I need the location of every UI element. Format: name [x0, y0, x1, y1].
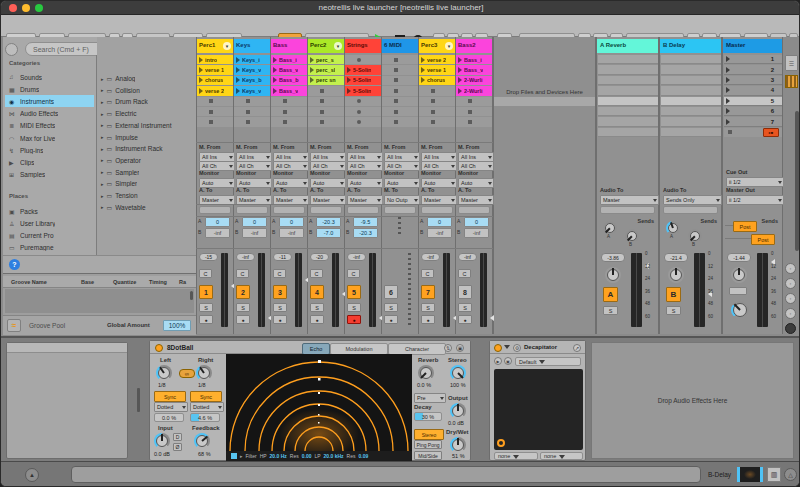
back-to-arrangement-button[interactable]: ▸■: [763, 128, 779, 137]
scene-play-icon[interactable]: [726, 56, 730, 62]
preset-play-icon[interactable]: ▶: [494, 357, 502, 365]
right-time-knob[interactable]: [196, 365, 212, 381]
filter-lp-val[interactable]: 20.0 kHz: [324, 453, 344, 459]
clip-play-icon[interactable]: [310, 67, 314, 73]
solo-button[interactable]: S: [199, 303, 213, 312]
expand-arrow-icon[interactable]: ▸: [101, 76, 104, 82]
clip-slot[interactable]: Bass_v: [271, 86, 307, 95]
return-activator[interactable]: A: [603, 287, 618, 302]
ducking-toggle[interactable]: D: [173, 433, 182, 441]
mid-side-button[interactable]: Mid/Side: [414, 451, 442, 460]
clip-stop-circle[interactable]: [357, 110, 361, 114]
scene-row[interactable]: 1: [724, 55, 782, 64]
expand-arrow-icon[interactable]: ▸: [101, 122, 104, 128]
return-pan-knob[interactable]: [605, 267, 621, 283]
send-b-value[interactable]: -inf: [279, 228, 304, 238]
send-a-knob[interactable]: [666, 221, 680, 235]
track-header[interactable]: 6 MIDI: [382, 39, 418, 53]
clip-stop-square[interactable]: [320, 99, 324, 103]
right-sync-mode[interactable]: Dotted: [190, 402, 224, 412]
clip-stop-square[interactable]: [283, 99, 287, 103]
clip-stop-slot[interactable]: [382, 97, 418, 106]
clip-stop-square[interactable]: [209, 120, 213, 124]
echo-title-bar[interactable]: 8DotBall EchoModulationCharacter ⇅ ▣: [150, 341, 470, 354]
track-header[interactable]: Bass2: [456, 39, 492, 53]
ping-pong-button[interactable]: Ping Pong: [414, 440, 442, 449]
clip-stop-slot[interactable]: [382, 55, 418, 64]
sidebar-item-instruments[interactable]: ◉Instruments: [5, 95, 94, 107]
return-clip-slot[interactable]: [661, 128, 721, 137]
clip-play-icon[interactable]: [347, 88, 351, 94]
clip-stop-slot[interactable]: [308, 97, 344, 106]
scene-row[interactable]: 7: [724, 117, 782, 126]
groove-column-groove-name[interactable]: Groove Name: [11, 279, 47, 285]
arm-button[interactable]: ●: [384, 315, 398, 324]
feedback-value[interactable]: 68 %: [198, 451, 211, 457]
plugin-map-2[interactable]: none: [540, 452, 583, 460]
solo-button[interactable]: S: [236, 303, 250, 312]
filter-res2-val[interactable]: 0.09: [359, 453, 369, 459]
track-fold-button[interactable]: ▾: [334, 42, 342, 50]
sidebar-item-sounds[interactable]: ♫Sounds: [5, 71, 94, 83]
clip-play-icon[interactable]: [458, 67, 462, 73]
clip-stop-square[interactable]: [394, 110, 398, 114]
send-a-value[interactable]: -9.5: [353, 217, 378, 227]
clip-stop-circle[interactable]: [357, 58, 361, 62]
arm-button[interactable]: ●: [421, 315, 435, 324]
browser-item-operator[interactable]: ▸▭Operator: [97, 155, 196, 166]
groove-column-timing[interactable]: Timing: [149, 279, 167, 285]
clip-stop-slot[interactable]: [456, 117, 492, 126]
track-volume-value[interactable]: -inf: [347, 253, 366, 261]
drop-files-zone[interactable]: Drop Files and Devices Here: [494, 37, 595, 334]
left-sync-mode[interactable]: Dotted: [154, 402, 188, 412]
send-b-value[interactable]: -inf: [464, 228, 489, 238]
track-activator[interactable]: 1: [199, 285, 213, 299]
sidebar-item-plug-ins[interactable]: ↯Plug-ins: [5, 144, 94, 156]
clip-stop-slot[interactable]: [234, 107, 270, 116]
clip-play-icon[interactable]: [199, 77, 203, 83]
clip-overview-icon[interactable]: [785, 75, 798, 88]
dry-wet-knob[interactable]: [450, 437, 466, 453]
plugin-param-dot[interactable]: [497, 439, 505, 447]
track-volume-value[interactable]: -inf: [458, 253, 477, 261]
clip-stop-slot[interactable]: [308, 86, 344, 95]
pan-knob[interactable]: C: [347, 269, 360, 278]
track-activator[interactable]: 8: [458, 285, 472, 299]
clip-slot[interactable]: chorus: [197, 76, 233, 85]
return-clip-slot[interactable]: [598, 55, 658, 64]
plugin-unfold-icon[interactable]: [504, 345, 510, 352]
audio-to-selector[interactable]: Master: [600, 195, 659, 205]
scene-play-icon[interactable]: [726, 108, 730, 114]
browser-item-wavetable[interactable]: ▸▭Wavetable: [97, 202, 196, 213]
clip-stop-square[interactable]: [394, 58, 398, 62]
groove-scrollbar[interactable]: [190, 291, 193, 300]
master-out-selector[interactable]: ii 1/2: [726, 195, 784, 205]
clip-stop-slot[interactable]: [234, 117, 270, 126]
hot-swap-icon[interactable]: ⇅: [444, 344, 452, 352]
right-offset-value[interactable]: 4.6 %: [190, 413, 220, 422]
return-track-header[interactable]: A Reverb: [597, 39, 658, 53]
clip-stop-square[interactable]: [468, 120, 472, 124]
reverb-position-selector[interactable]: Pre: [414, 393, 446, 403]
scene-play-icon[interactable]: [726, 98, 730, 104]
clip-stop-slot[interactable]: [271, 107, 307, 116]
show-detail-view-icon[interactable]: △: [784, 468, 797, 481]
scene-row[interactable]: 2: [724, 65, 782, 74]
solo-button[interactable]: S: [310, 303, 324, 312]
clip-play-icon[interactable]: [347, 77, 351, 83]
sidebar-place-packs[interactable]: ▣Packs: [5, 205, 94, 217]
clip-stop-square[interactable]: [431, 110, 435, 114]
scene-play-icon[interactable]: [726, 119, 730, 125]
scene-row[interactable]: 3: [724, 76, 782, 85]
track-activator[interactable]: 4: [310, 285, 324, 299]
expand-arrow-icon[interactable]: ▸: [101, 169, 104, 175]
browser-item-simpler[interactable]: ▸▭Simpler: [97, 178, 196, 189]
decapitator-title-bar[interactable]: ⚙ Decapitator ↗: [490, 341, 585, 354]
input-gain-knob[interactable]: [154, 433, 170, 449]
clip-slot[interactable]: Keys_i: [234, 55, 270, 64]
clip-stop-square[interactable]: [283, 120, 287, 124]
clip-stop-square[interactable]: [394, 78, 398, 82]
send-a-value[interactable]: 0: [279, 217, 304, 227]
clip-stop-square[interactable]: [394, 120, 398, 124]
send-b-value[interactable]: -20.3: [353, 228, 378, 238]
